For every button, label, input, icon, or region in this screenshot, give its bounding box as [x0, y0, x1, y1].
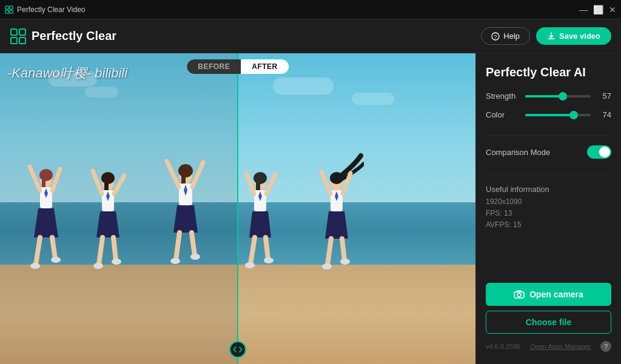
- svg-point-21: [51, 257, 61, 263]
- svg-line-28: [114, 176, 124, 194]
- svg-point-67: [322, 263, 332, 270]
- color-track: [525, 114, 591, 116]
- svg-point-68: [340, 259, 350, 265]
- svg-line-31: [113, 237, 116, 260]
- svg-line-62: [321, 172, 331, 194]
- comparison-divider-line: [237, 53, 238, 364]
- svg-marker-29: [96, 211, 119, 237]
- svg-rect-4: [11, 29, 17, 35]
- before-button[interactable]: BEFORE: [187, 59, 241, 74]
- svg-point-44: [170, 258, 180, 264]
- strength-thumb[interactable]: [559, 92, 567, 101]
- apps-manager-link[interactable]: Open Apps Manager: [530, 343, 591, 350]
- svg-rect-6: [11, 38, 17, 44]
- svg-text:?: ?: [494, 34, 497, 40]
- help-button[interactable]: ? Help: [481, 27, 530, 45]
- svg-line-15: [30, 167, 40, 191]
- svg-line-52: [266, 174, 275, 194]
- svg-point-70: [517, 293, 521, 297]
- topbar: Perfectly Clear ? Help Save video: [0, 19, 621, 53]
- titlebar: Perfectly Clear Video — ⬜ ✕: [0, 0, 621, 19]
- svg-point-20: [30, 263, 40, 269]
- close-button[interactable]: ✕: [609, 6, 616, 13]
- svg-rect-5: [19, 29, 25, 35]
- strength-track: [525, 95, 591, 98]
- strength-slider[interactable]: [525, 95, 591, 98]
- toggle-knob: [599, 147, 610, 157]
- strength-label: Strength: [486, 91, 519, 101]
- comparison-divider-handle[interactable]: [229, 341, 246, 358]
- svg-line-18: [36, 237, 40, 265]
- svg-line-30: [99, 237, 102, 265]
- dancer-2: [81, 147, 135, 277]
- video-area: BEFORE AFTER -Kanawo叶樱- bilibili: [0, 53, 475, 364]
- svg-point-32: [93, 263, 103, 269]
- svg-line-43: [192, 233, 195, 256]
- dancer-5: [309, 147, 364, 277]
- comparison-mode-toggle[interactable]: [587, 145, 611, 159]
- main-content: BEFORE AFTER -Kanawo叶樱- bilibili: [0, 53, 621, 364]
- comparison-mode-label: Comparison Mode: [486, 148, 550, 157]
- strength-fill: [525, 95, 563, 98]
- svg-line-16: [52, 169, 60, 191]
- maximize-button[interactable]: ⬜: [594, 6, 602, 13]
- video-frame: -Kanawo叶樱- bilibili: [0, 53, 475, 364]
- svg-line-19: [52, 237, 55, 259]
- svg-rect-2: [5, 10, 8, 13]
- color-fill: [525, 114, 574, 116]
- minimize-button[interactable]: —: [580, 6, 587, 13]
- svg-rect-3: [10, 10, 13, 13]
- dancer-1: [19, 144, 73, 277]
- svg-point-35: [178, 164, 193, 177]
- strength-value: 57: [597, 91, 611, 101]
- svg-line-42: [176, 233, 180, 260]
- version-text: v4.6.0.2595: [486, 343, 521, 350]
- panel-divider-1: [486, 135, 611, 136]
- dancer-3: [157, 141, 215, 277]
- cloud-4: [352, 93, 394, 105]
- svg-marker-17: [34, 208, 58, 237]
- avfps-info: AVFPS: 15: [486, 219, 611, 231]
- logo-icon: [10, 28, 27, 45]
- after-button[interactable]: AFTER: [241, 59, 289, 74]
- panel-divider-2: [486, 174, 611, 175]
- comparison-mode-row: Comparison Mode: [486, 145, 611, 159]
- color-thumb[interactable]: [569, 111, 578, 119]
- svg-point-11: [39, 169, 53, 181]
- fps-info: FPS: 13: [486, 208, 611, 219]
- choose-file-button[interactable]: Choose file: [486, 311, 611, 334]
- svg-point-33: [112, 259, 121, 265]
- svg-rect-1: [10, 5, 13, 8]
- chevron-lr-icon: [233, 345, 243, 354]
- color-slider[interactable]: [525, 114, 591, 116]
- svg-line-65: [327, 239, 331, 265]
- svg-line-39: [167, 161, 179, 187]
- svg-marker-53: [249, 211, 271, 237]
- dancer-4: [233, 147, 287, 277]
- strength-slider-row: Strength 57: [486, 91, 611, 101]
- watermark: -Kanawo叶樱- bilibili: [7, 64, 127, 82]
- svg-line-66: [342, 239, 344, 260]
- save-video-button[interactable]: Save video: [536, 27, 611, 45]
- svg-rect-0: [5, 5, 8, 8]
- resolution-info: 1920x1090: [486, 196, 611, 208]
- topbar-buttons: ? Help Save video: [481, 27, 611, 45]
- panel-spacer: [486, 241, 611, 283]
- svg-point-45: [190, 254, 200, 260]
- help-icon: ?: [491, 32, 500, 41]
- open-camera-button[interactable]: Open camera: [486, 283, 611, 306]
- svg-point-57: [264, 257, 274, 263]
- svg-marker-64: [325, 211, 348, 239]
- logo: Perfectly Clear: [10, 28, 116, 45]
- svg-line-51: [246, 173, 254, 194]
- panel-title: Perfectly Clear AI: [486, 65, 611, 79]
- titlebar-title: Perfectly Clear Video: [17, 5, 86, 14]
- svg-marker-41: [173, 205, 198, 233]
- side-panel: Perfectly Clear AI Strength 57 Color 74: [475, 53, 621, 364]
- svg-line-40: [192, 162, 203, 187]
- help-circle-button[interactable]: ?: [600, 341, 611, 352]
- color-slider-row: Color 74: [486, 110, 611, 119]
- titlebar-controls: — ⬜ ✕: [580, 6, 616, 13]
- camera-icon: [514, 290, 525, 299]
- svg-line-55: [266, 237, 268, 259]
